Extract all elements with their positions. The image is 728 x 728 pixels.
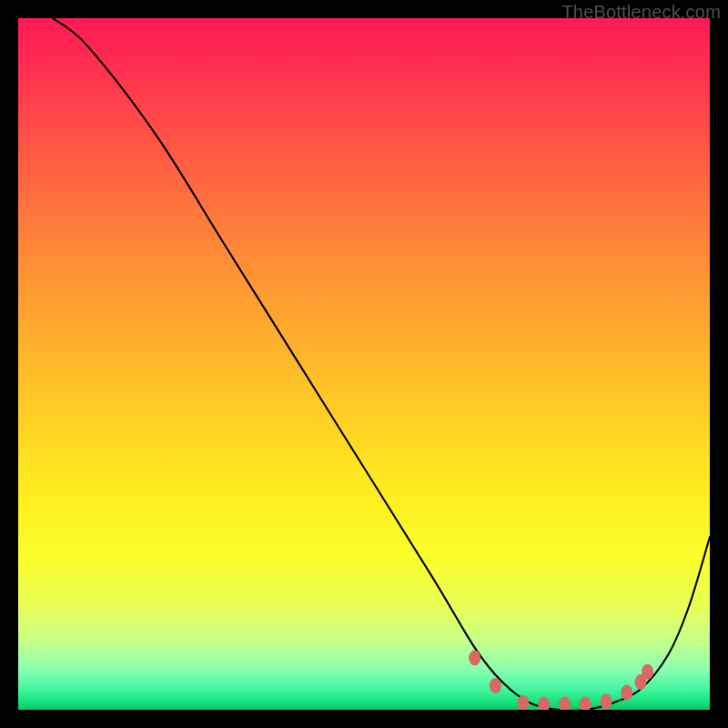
marker-dot bbox=[559, 696, 571, 710]
chart-svg bbox=[18, 18, 710, 710]
marker-dot bbox=[601, 693, 612, 709]
marker-dot bbox=[490, 678, 501, 693]
marker-dot bbox=[621, 685, 632, 701]
bottleneck-curve-line bbox=[53, 18, 710, 710]
plot-area bbox=[18, 18, 710, 710]
marker-dot bbox=[642, 664, 653, 680]
marker-dot bbox=[469, 651, 480, 666]
marker-dot bbox=[580, 696, 592, 710]
highlight-markers bbox=[469, 651, 653, 711]
marker-dot bbox=[538, 696, 550, 710]
chart-container: TheBottleneck.com bbox=[0, 0, 728, 728]
